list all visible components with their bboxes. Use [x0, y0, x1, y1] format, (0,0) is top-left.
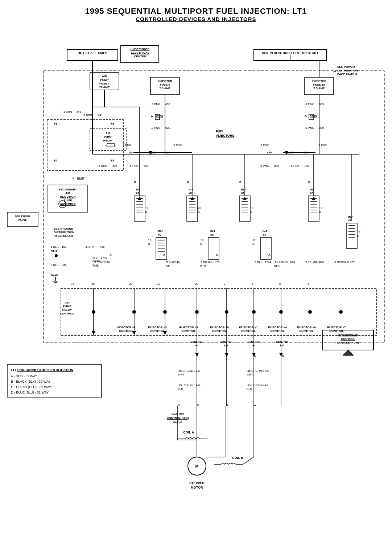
svg-text:441: 441	[98, 114, 103, 117]
svg-text:SEE GROUND: SEE GROUND	[54, 227, 73, 230]
svg-text:839: 839	[319, 126, 324, 129]
svg-text:1744: 1744	[265, 260, 271, 264]
svg-text:14: 14	[71, 282, 74, 285]
svg-text:#4: #4	[263, 233, 266, 236]
svg-text:5: 5	[282, 354, 284, 358]
svg-text:CONTROL: CONTROL	[270, 329, 285, 333]
svg-text:#5: #5	[189, 192, 192, 195]
svg-text:#2: #2	[136, 192, 139, 195]
svg-text:E5: E5	[111, 123, 114, 126]
svg-text:.8 PNK: .8 PNK	[305, 126, 314, 129]
svg-text:#6: #6	[310, 192, 313, 195]
svg-text:COIL "B": COIL "B"	[276, 340, 289, 343]
svg-text:639: 639	[165, 126, 170, 129]
svg-text:1748: 1748	[194, 384, 201, 387]
page: 1995 SEQUENTIAL MULTIPORT FUEL INJECTION…	[0, 0, 392, 539]
svg-text:C: C	[197, 404, 199, 407]
svg-text:B - BLACK (BLK) -  32 WAY: B - BLACK (BLK) - 32 WAY	[11, 380, 50, 383]
svg-text:AIR: AIR	[106, 132, 111, 135]
svg-text:844: 844	[290, 260, 295, 264]
svg-text:CONTROL: CONTROL	[119, 329, 133, 333]
svg-text:FUSE 7: FUSE 7	[99, 82, 110, 85]
svg-text:FUSE 10: FUSE 10	[313, 83, 325, 86]
svg-text:20 AMP: 20 AMP	[99, 86, 110, 89]
svg-text:.5 BLK: .5 BLK	[254, 260, 263, 264]
svg-text:1745: 1745	[101, 256, 107, 259]
svg-text:.35 LT BLU/: .35 LT BLU/	[178, 369, 193, 373]
svg-text:444: 444	[263, 384, 268, 387]
svg-text:.8 PNK: .8 PNK	[151, 126, 160, 129]
svg-text:D - BLUE (BLU)   -  32 WAY: D - BLUE (BLU) - 32 WAY	[11, 391, 49, 394]
svg-text:.8 PNK: .8 PNK	[151, 103, 160, 106]
svg-line-351	[243, 457, 254, 464]
svg-text:1 BRN: 1 BRN	[63, 110, 72, 114]
svg-text:.35 LT GRN/: .35 LT GRN/	[247, 369, 263, 373]
svg-text:1749: 1749	[263, 369, 269, 373]
svg-text:B: B	[308, 181, 310, 184]
svg-text:INJECTOR #5: INJECTOR #5	[179, 326, 198, 329]
svg-text:Ω: Ω	[148, 242, 150, 246]
svg-marker-263	[343, 350, 354, 355]
svg-point-229	[308, 310, 312, 314]
svg-rect-135	[346, 223, 357, 248]
main-title: 1995 SEQUENTIAL MULTIPORT FUEL INJECTION…	[0, 7, 392, 16]
svg-text:COIL A: COIL A	[183, 431, 194, 434]
svg-text:.5 PNK: .5 PNK	[290, 164, 300, 168]
svg-text:BLK: BLK	[247, 387, 252, 391]
svg-text:12: 12	[198, 207, 201, 210]
svg-text:G106: G106	[51, 273, 58, 276]
svg-text:12: 12	[200, 239, 203, 242]
svg-text:BLK: BLK	[274, 264, 280, 267]
svg-text:INJECTOR #3: INJECTOR #3	[148, 326, 167, 329]
svg-point-154	[55, 254, 58, 257]
svg-text:#8: #8	[210, 233, 214, 236]
svg-text:Ω: Ω	[145, 210, 147, 214]
svg-text:COIL "A": COIL "A"	[220, 340, 232, 343]
svg-text:#1: #1	[241, 192, 244, 195]
svg-text:1746: 1746	[103, 260, 110, 264]
svg-text:A: A	[151, 115, 153, 118]
svg-text:WHT: WHT	[200, 264, 206, 267]
svg-text:1747: 1747	[194, 369, 201, 373]
svg-text:INJECTORS: INJECTORS	[216, 134, 234, 137]
svg-text:.5 PNK: .5 PNK	[260, 164, 269, 168]
svg-text:B: B	[239, 181, 242, 184]
svg-text:E: E	[73, 176, 75, 180]
svg-text:S112: S112	[51, 250, 58, 253]
wiring-diagram: text { font-family: Arial, sans-serif; }…	[0, 24, 392, 539]
svg-text:LT1 PCM CONNECTOR IDENTIFICATI: LT1 PCM CONNECTOR IDENTIFICATION	[11, 368, 73, 372]
svg-text:MOTOR: MOTOR	[191, 486, 203, 489]
svg-text:22: 22	[195, 282, 198, 285]
svg-text:Ω: Ω	[250, 210, 252, 214]
svg-text:.5 PNK/: .5 PNK/	[94, 260, 104, 264]
svg-text:INJECTOR #6: INJECTOR #6	[297, 326, 316, 329]
svg-text:ELECTRICAL: ELECTRICAL	[131, 51, 149, 54]
svg-text:.5 BLK/: .5 BLK/	[165, 260, 175, 264]
svg-text:639: 639	[144, 164, 149, 168]
svg-text:Ω: Ω	[198, 210, 200, 214]
svg-text:SEE POWER: SEE POWER	[337, 65, 355, 69]
svg-text:INJECTOR: INJECTOR	[312, 79, 327, 83]
svg-text:839: 839	[274, 164, 279, 168]
svg-point-340	[149, 151, 152, 154]
svg-text:846: 846	[319, 260, 324, 264]
svg-text:PAGE 8A-14-8: PAGE 8A-14-8	[54, 234, 73, 238]
svg-text:150: 150	[62, 245, 67, 248]
svg-marker-319	[92, 331, 95, 335]
svg-text:E4: E4	[54, 159, 57, 162]
svg-text:#3: #3	[158, 233, 161, 236]
svg-text:Ω: Ω	[319, 210, 321, 214]
svg-text:CONTROL: CONTROL	[241, 329, 256, 333]
svg-text:A: A	[268, 253, 271, 256]
svg-text:INJECTOR #7: INJECTOR #7	[327, 326, 346, 329]
svg-text:INJECTOR: INJECTOR	[158, 79, 173, 83]
svg-text:HOT AT ALL TIMES: HOT AT ALL TIMES	[78, 51, 107, 55]
svg-text:INJECTOR #8: INJECTOR #8	[210, 326, 229, 329]
svg-text:WHT: WHT	[247, 373, 253, 376]
svg-text:.5 LT: .5 LT	[92, 256, 99, 259]
svg-text:AIR: AIR	[65, 192, 70, 195]
svg-text:D: D	[178, 404, 180, 407]
svg-text:.35 LT BLU/: .35 LT BLU/	[178, 384, 193, 387]
svg-text:A: A	[110, 253, 112, 256]
svg-text:.5 PNK: .5 PNK	[260, 144, 269, 147]
